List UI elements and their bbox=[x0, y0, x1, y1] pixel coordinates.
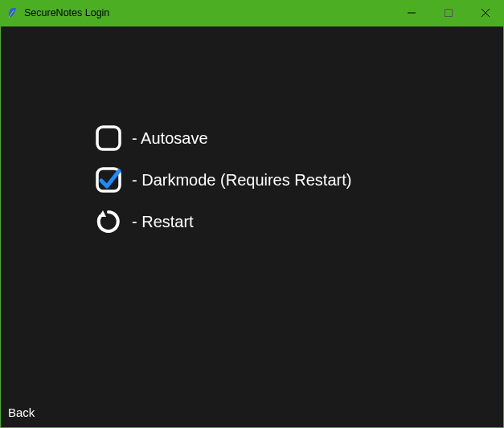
window-controls bbox=[393, 0, 504, 26]
back-button[interactable]: Back bbox=[8, 406, 35, 419]
content-area: - Autosave - Darkmode (Requires Restart) bbox=[0, 26, 504, 428]
titlebar: SecureNotes Login bbox=[0, 0, 504, 26]
setting-darkmode-label: - Darkmode (Requires Restart) bbox=[132, 171, 351, 190]
checkbox-checked-icon[interactable] bbox=[93, 165, 124, 195]
svg-rect-4 bbox=[97, 127, 120, 149]
window-title: SecureNotes Login bbox=[24, 7, 393, 18]
setting-restart: - Restart bbox=[93, 206, 351, 237]
restart-icon[interactable] bbox=[93, 206, 124, 237]
minimize-button[interactable] bbox=[393, 0, 430, 26]
setting-autosave-label: - Autosave bbox=[132, 129, 208, 148]
setting-darkmode: - Darkmode (Requires Restart) bbox=[93, 165, 351, 195]
checkbox-unchecked-icon[interactable] bbox=[93, 123, 124, 153]
settings-list: - Autosave - Darkmode (Requires Restart) bbox=[93, 123, 351, 237]
app-window: SecureNotes Login - Autosave bbox=[0, 0, 504, 428]
setting-restart-label: - Restart bbox=[132, 213, 194, 231]
app-icon bbox=[6, 6, 19, 19]
maximize-button[interactable] bbox=[430, 0, 467, 26]
close-button[interactable] bbox=[467, 0, 504, 26]
svg-rect-1 bbox=[445, 10, 453, 17]
setting-autosave: - Autosave bbox=[93, 123, 351, 153]
